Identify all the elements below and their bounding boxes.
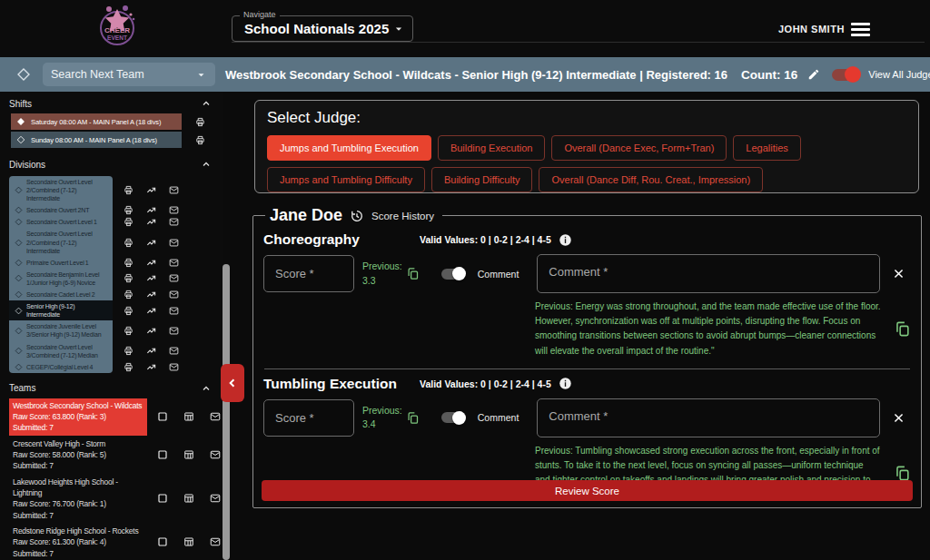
printer-icon[interactable] [124,346,134,356]
view-all-judges-toggle[interactable] [832,69,859,81]
user-name[interactable]: JOHN SMITH [778,24,845,34]
division-item[interactable]: Secondaire Ouvert Level 2/Combined (7-12… [9,228,113,256]
division-item[interactable]: Secondaire Juvenile Level 3/Senior High … [9,320,113,340]
team-name: Redstone Ridge High School - Rockets [13,526,143,536]
printer-icon[interactable] [124,273,134,283]
shift-item-sunday[interactable]: Sunday 08:00 AM - MAIN Panel A (18 divs) [11,132,182,148]
trending-icon[interactable] [146,185,156,195]
printer-icon[interactable] [124,362,134,372]
checkbox-icon[interactable] [157,493,168,504]
trending-icon[interactable] [146,290,156,300]
mail-icon[interactable] [169,326,179,336]
judge-button-active[interactable]: Jumps and Tumbling Execution [267,135,431,161]
menu-button[interactable] [851,23,870,36]
printer-icon[interactable] [124,306,134,316]
score-input[interactable] [263,255,354,292]
chevron-up-icon[interactable] [201,383,212,394]
division-item[interactable]: Secondaire Ouvert Level 3/Combined (7-12… [9,341,113,361]
mail-icon[interactable] [169,238,179,248]
printer-icon[interactable] [195,117,205,127]
grid-icon[interactable] [183,411,194,422]
score-history-label[interactable]: Score History [371,211,434,221]
mail-icon[interactable] [169,217,179,227]
mail-icon[interactable] [210,536,221,547]
trending-icon[interactable] [146,362,156,372]
sidebar-collapse-button[interactable] [221,364,244,402]
copy-icon[interactable] [406,411,420,425]
judge-button[interactable]: Building Execution [438,135,546,161]
edit-count-icon[interactable] [807,68,820,81]
team-item[interactable]: Lakewood Heights High School - Lightning… [9,475,147,523]
judge-button[interactable]: Overall (Dance Diff, Rou. Creat., Impres… [539,167,763,192]
printer-icon[interactable] [124,290,134,300]
mail-icon[interactable] [169,362,179,372]
info-icon[interactable] [559,377,572,390]
comment-input[interactable] [537,254,880,293]
team-item-selected[interactable]: Westbrook Secondary School - Wildcats Ra… [9,398,147,436]
checkbox-icon[interactable] [157,411,168,422]
division-item[interactable]: Secondaire Cadet Level 2 [9,289,113,300]
checkbox-icon[interactable] [157,536,168,547]
grid-icon[interactable] [183,536,194,547]
comment-input[interactable] [537,398,880,437]
division-item[interactable]: Primaire Ouvert Level 1 [9,257,113,269]
trending-icon[interactable] [146,326,156,336]
mail-icon[interactable] [169,258,179,268]
team-item[interactable]: Crescent Valley High - Storm Raw Score: … [9,437,147,474]
mail-icon[interactable] [169,273,179,283]
comment-toggle[interactable] [441,269,465,280]
copy-icon[interactable] [894,465,911,482]
printer-icon[interactable] [124,185,134,195]
division-item[interactable]: Secondaire Ouvert Level 2/Combined (7-12… [9,176,113,204]
trending-icon[interactable] [146,273,156,283]
trending-icon[interactable] [146,205,156,215]
printer-icon[interactable] [124,238,134,248]
division-item[interactable]: Secondaire Ouvert Level 1 [9,216,113,228]
search-next-team-button[interactable]: Search Next Team [43,63,215,86]
mail-icon[interactable] [169,346,179,356]
copy-icon[interactable] [894,320,911,338]
info-icon[interactable] [559,233,572,247]
division-item[interactable]: Secondaire Benjamin Level 1/Junior High … [9,269,113,289]
mail-icon[interactable] [210,411,221,422]
trending-icon[interactable] [146,306,156,316]
division-item[interactable]: Secondaire Ouvert 2NT [9,204,113,216]
comment-toggle[interactable] [441,412,465,423]
printer-icon[interactable] [124,258,134,268]
trending-icon[interactable] [146,258,156,268]
chevron-up-icon[interactable] [201,159,212,170]
score-input[interactable] [263,399,354,437]
division-item[interactable]: CEGEP/Collégial Level 4 [9,361,113,373]
printer-icon[interactable] [124,326,134,336]
close-icon[interactable] [892,267,905,280]
sidebar-scrollbar[interactable] [223,264,230,560]
grid-icon[interactable] [183,449,194,460]
printer-icon[interactable] [124,205,134,215]
trending-icon[interactable] [146,238,156,248]
team-item[interactable]: Redstone Ridge High School - Rockets Raw… [9,524,147,560]
chevron-up-icon[interactable] [201,98,212,109]
history-icon[interactable] [350,209,364,223]
trending-icon[interactable] [146,346,156,356]
close-icon[interactable] [892,411,905,425]
shift-item-saturday[interactable]: Saturday 08:00 AM - MAIN Panel A (18 div… [11,113,182,130]
review-score-button[interactable]: Review Score [262,480,913,501]
division-item-selected[interactable]: Senior High (9-12) Intermediate [9,300,113,320]
mail-icon[interactable] [210,493,221,504]
printer-icon[interactable] [124,217,134,227]
mail-icon[interactable] [169,205,179,215]
grid-icon[interactable] [183,493,194,504]
checkbox-icon[interactable] [157,449,168,460]
mail-icon[interactable] [169,290,179,300]
mail-icon[interactable] [169,185,179,195]
judge-button[interactable]: Overall (Dance Exec, Form+Tran) [551,135,727,161]
judge-button[interactable]: Jumps and Tumbling Difficulty [267,167,425,192]
mail-icon[interactable] [169,306,179,316]
printer-icon[interactable] [195,135,205,145]
trending-icon[interactable] [146,217,156,227]
mail-icon[interactable] [210,449,221,460]
judge-button[interactable]: Legalities [733,135,800,161]
copy-icon[interactable] [406,267,420,280]
judge-button[interactable]: Building Difficulty [431,167,533,192]
navigate-select[interactable]: Navigate School Nationals 2025 [232,15,413,42]
